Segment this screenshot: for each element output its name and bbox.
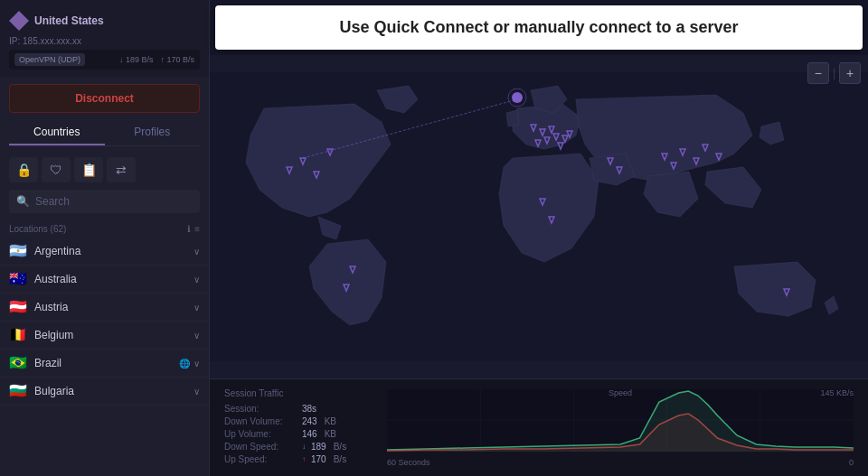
map-area: − | +: [210, 55, 868, 378]
stat-up-volume: Up Volume: 146 KB: [224, 429, 369, 439]
locations-label: Locations (62): [9, 224, 66, 234]
stat-down-volume: Down Volume: 243 KB: [224, 416, 369, 426]
chevron-down-icon[interactable]: ∨: [193, 331, 200, 341]
search-input[interactable]: [35, 195, 193, 208]
svg-point-28: [512, 92, 523, 103]
flag-argentina: 🇦🇷: [9, 245, 27, 257]
speed-up: ↑ 170 B/s: [160, 55, 194, 64]
chevron-down-icon[interactable]: ∨: [193, 359, 200, 369]
stats-title: Session Traffic: [224, 388, 369, 398]
tab-countries[interactable]: Countries: [9, 120, 105, 145]
stats-row: Session Traffic Session: 38s Down Volume…: [224, 388, 854, 467]
search-icon: 🔍: [16, 195, 30, 208]
chart-top-label: 145 KB/s: [820, 388, 854, 397]
stat-label-downspd: Down Speed:: [224, 442, 297, 452]
disconnect-button[interactable]: Disconnect: [9, 84, 200, 113]
country-name: Bulgaria: [34, 385, 193, 397]
filter-lock-icon[interactable]: 🔒: [9, 157, 38, 182]
stat-unit-upspd: B/s: [334, 454, 346, 464]
speed-info: ↓ 189 B/s ↑ 170 B/s: [119, 55, 194, 64]
protocol-badge: OpenVPN (UDP): [14, 53, 85, 66]
chart-right-label: 0: [849, 458, 854, 467]
chart-area: Speed 145 KB/s: [387, 388, 854, 467]
chevron-down-icon[interactable]: ∨: [193, 275, 200, 285]
country-name: Belgium: [34, 329, 193, 341]
filter-shield-icon[interactable]: 🛡: [42, 157, 71, 182]
list-item[interactable]: 🇧🇷 Brazil 🌐 ∨: [0, 350, 209, 378]
down-arrow-icon: ↓: [302, 443, 306, 451]
list-item[interactable]: 🇦🇺 Australia ∨: [0, 266, 209, 294]
stat-down-speed: Down Speed: ↓ 189 B/s: [224, 442, 369, 452]
locations-info-icon[interactable]: ℹ: [187, 224, 191, 234]
stat-label-downvol: Down Volume:: [224, 416, 297, 426]
country-name: Argentina: [34, 245, 193, 257]
tooltip-banner: Use Quick Connect or manually connect to…: [215, 5, 863, 50]
zoom-in-button[interactable]: +: [839, 62, 861, 84]
search-box: 🔍: [9, 190, 200, 213]
stat-value-downspd: 189: [311, 442, 326, 452]
stat-unit-upvol: KB: [325, 429, 336, 439]
speed-label: Speed: [609, 388, 632, 397]
locations-header: Locations (62) ℹ ≡: [0, 220, 209, 238]
stat-unit-downvol: KB: [325, 416, 336, 426]
stat-label-session: Session:: [224, 404, 297, 414]
flag-australia: 🇦🇺: [9, 273, 27, 285]
protocol-row: OpenVPN (UDP) ↓ 189 B/s ↑ 170 B/s: [9, 50, 200, 70]
country-list: 🇦🇷 Argentina ∨ 🇦🇺 Australia ∨ 🇦🇹 Austria…: [0, 238, 209, 476]
chevron-down-icon[interactable]: ∨: [193, 303, 200, 313]
filter-icons: 🔒 🛡 📋 ⇄: [0, 154, 209, 190]
list-item[interactable]: 🇦🇷 Argentina ∨: [0, 238, 209, 266]
stat-label-upvol: Up Volume:: [224, 429, 297, 439]
stats-left: Session Traffic Session: 38s Down Volume…: [224, 388, 369, 467]
logo-icon: [9, 11, 29, 31]
list-item[interactable]: 🇧🇪 Belgium ∨: [0, 322, 209, 350]
globe-icon: 🌐: [179, 359, 190, 369]
list-item[interactable]: 🇦🇹 Austria ∨: [0, 294, 209, 322]
ip-display: IP: 185.xxx.xxx.xx: [9, 36, 200, 46]
stat-label-upspd: Up Speed:: [224, 454, 297, 464]
country-name: Austria: [34, 301, 193, 313]
speed-down: ↓ 189 B/s: [119, 55, 154, 64]
chevron-down-icon[interactable]: ∨: [193, 387, 200, 397]
filter-arrows-icon[interactable]: ⇄: [107, 157, 136, 182]
stat-value-upspd: 170: [311, 454, 326, 464]
flag-bulgaria: 🇧🇬: [9, 385, 27, 397]
country-name: Australia: [34, 273, 193, 285]
locations-sort-icon[interactable]: ≡: [194, 224, 200, 234]
stat-value-session: 38s: [302, 404, 316, 414]
tab-profiles[interactable]: Profiles: [105, 120, 201, 145]
filter-file-icon[interactable]: 📋: [74, 157, 103, 182]
tabs-row: Countries Profiles: [9, 120, 200, 146]
sidebar: United States IP: 185.xxx.xxx.xx OpenVPN…: [0, 0, 210, 476]
app-container: United States IP: 185.xxx.xxx.xx OpenVPN…: [0, 0, 868, 476]
list-item[interactable]: 🇧🇬 Bulgaria ∨: [0, 378, 209, 406]
stat-session: Session: 38s: [224, 404, 369, 414]
locations-icons: ℹ ≡: [187, 224, 200, 234]
stat-value-upvol: 146: [302, 429, 317, 439]
country-name: Brazil: [34, 357, 179, 369]
zoom-out-button[interactable]: −: [807, 62, 829, 84]
stat-unit-downspd: B/s: [334, 442, 346, 452]
logo-row: United States: [9, 7, 200, 34]
speed-chart: [387, 388, 854, 452]
app-title: United States: [34, 14, 104, 27]
flag-austria: 🇦🇹: [9, 301, 27, 313]
stat-value-downvol: 243: [302, 416, 317, 426]
flag-belgium: 🇧🇪: [9, 329, 27, 341]
stats-panel: Session Traffic Session: 38s Down Volume…: [210, 378, 868, 476]
map-controls: − | +: [807, 62, 861, 84]
chevron-down-icon[interactable]: ∨: [193, 247, 200, 257]
chart-bottom-label: 60 Seconds: [387, 458, 430, 467]
map-divider: |: [833, 67, 835, 79]
sidebar-header: United States IP: 185.xxx.xxx.xx OpenVPN…: [0, 0, 209, 77]
main-content: Use Quick Connect or manually connect to…: [210, 0, 868, 476]
flag-brazil: 🇧🇷: [9, 357, 27, 369]
stat-up-speed: Up Speed: ↑ 170 B/s: [224, 454, 369, 464]
up-arrow-icon: ↑: [302, 455, 306, 463]
world-map: [210, 55, 868, 378]
